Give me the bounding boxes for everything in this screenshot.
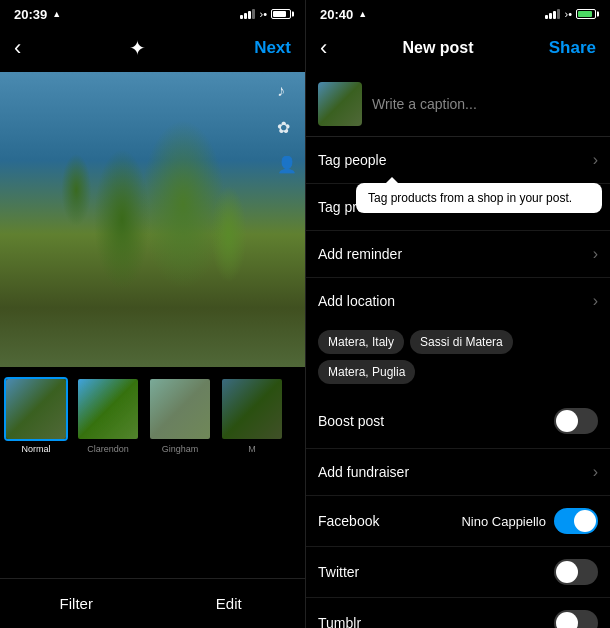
menu-item-add-reminder[interactable]: Add reminder ›	[306, 231, 610, 278]
twitter-label: Twitter	[318, 564, 359, 580]
wand-icon[interactable]: ✦	[129, 36, 146, 60]
menu-item-tag-people[interactable]: Tag people › Tag products from a shop in…	[306, 137, 610, 184]
back-button-left[interactable]: ‹	[14, 35, 21, 61]
left-status-icons: ›•	[240, 8, 291, 20]
tag-people-label: Tag people	[318, 152, 387, 168]
location-arrow-right: ▲	[358, 9, 367, 19]
edit-tab[interactable]: Edit	[153, 595, 306, 612]
filter-tab[interactable]: Filter	[0, 595, 153, 612]
filter-gingham-label: Gingham	[162, 444, 199, 454]
add-reminder-label: Add reminder	[318, 246, 402, 262]
add-fundraiser-label: Add fundraiser	[318, 464, 409, 480]
cactus-photo	[0, 72, 305, 367]
person-icon[interactable]: 👤	[277, 155, 297, 174]
boost-post-toggle[interactable]	[554, 408, 598, 434]
left-panel: 20:39 ▲ ›• ‹ ✦ Next ♪ ✿ 👤	[0, 0, 305, 628]
filter-m[interactable]: M	[216, 373, 288, 458]
wifi-icon-left: ›•	[259, 8, 267, 20]
menu-item-boost-post[interactable]: Boost post	[306, 394, 610, 449]
caption-field[interactable]: Write a caption...	[372, 96, 598, 112]
main-image: ♪ ✿ 👤	[0, 72, 305, 367]
battery-icon-right	[576, 9, 596, 19]
boost-post-label: Boost post	[318, 413, 384, 429]
facebook-username: Nino Cappiello	[461, 514, 546, 529]
social-row-facebook[interactable]: Facebook Nino Cappiello	[306, 496, 610, 547]
signal-bars-left	[240, 9, 255, 19]
facebook-right: Nino Cappiello	[461, 508, 598, 534]
post-thumbnail	[318, 82, 362, 126]
add-location-chevron: ›	[593, 292, 598, 310]
toolbar-icons: ✦	[129, 36, 146, 60]
social-row-tumblr[interactable]: Tumblr	[306, 598, 610, 628]
tag-people-chevron: ›	[593, 151, 598, 169]
share-button[interactable]: Share	[549, 38, 596, 58]
add-fundraiser-chevron: ›	[593, 463, 598, 481]
location-chips: Matera, Italy Sassi di Matera Matera, Pu…	[306, 324, 610, 394]
chip-puglia[interactable]: Matera, Puglia	[318, 360, 415, 384]
social-row-twitter[interactable]: Twitter	[306, 547, 610, 598]
location-arrow-left: ▲	[52, 9, 61, 19]
tumblr-toggle[interactable]	[554, 610, 598, 628]
right-time: 20:40 ▲	[320, 7, 367, 22]
filter-gingham[interactable]: Gingham	[144, 373, 216, 458]
right-status-bar: 20:40 ▲ ›•	[306, 0, 610, 28]
signal-bars-right	[545, 9, 560, 19]
chip-sassi[interactable]: Sassi di Matera	[410, 330, 513, 354]
filter-row: Normal Clarendon Gingham M	[0, 367, 305, 464]
left-time: 20:39 ▲	[14, 7, 61, 22]
right-top-bar: ‹ New post Share	[306, 28, 610, 72]
bottom-bar: Filter Edit	[0, 578, 305, 628]
back-button-right[interactable]: ‹	[320, 35, 327, 61]
left-status-bar: 20:39 ▲ ›•	[0, 0, 305, 28]
facebook-toggle[interactable]	[554, 508, 598, 534]
menu-list: Tag people › Tag products from a shop in…	[306, 137, 610, 628]
caption-row: Write a caption...	[306, 72, 610, 137]
add-reminder-chevron: ›	[593, 245, 598, 263]
right-panel: 20:40 ▲ ›• ‹ New post Share Write a capt…	[305, 0, 610, 628]
battery-icon-left	[271, 9, 291, 19]
menu-item-add-fundraiser[interactable]: Add fundraiser ›	[306, 449, 610, 496]
filter-clarendon[interactable]: Clarendon	[72, 373, 144, 458]
twitter-toggle[interactable]	[554, 559, 598, 585]
sticker-icon[interactable]: ✿	[277, 118, 297, 137]
filter-m-label: M	[248, 444, 256, 454]
chip-matera-italy[interactable]: Matera, Italy	[318, 330, 404, 354]
facebook-label: Facebook	[318, 513, 379, 529]
tumblr-label: Tumblr	[318, 615, 361, 628]
menu-item-add-location[interactable]: Add location ›	[306, 278, 610, 324]
wifi-icon-right: ›•	[564, 8, 572, 20]
add-location-label: Add location	[318, 293, 395, 309]
right-status-icons: ›•	[545, 8, 596, 20]
filter-normal-label: Normal	[21, 444, 50, 454]
right-side-icons: ♪ ✿ 👤	[277, 82, 297, 174]
page-title: New post	[402, 39, 473, 57]
tooltip-box: Tag products from a shop in your post.	[356, 183, 602, 213]
music-icon[interactable]: ♪	[277, 82, 297, 100]
filter-normal[interactable]: Normal	[0, 373, 72, 458]
next-button[interactable]: Next	[254, 38, 291, 58]
left-top-bar: ‹ ✦ Next	[0, 28, 305, 72]
filter-clarendon-label: Clarendon	[87, 444, 129, 454]
